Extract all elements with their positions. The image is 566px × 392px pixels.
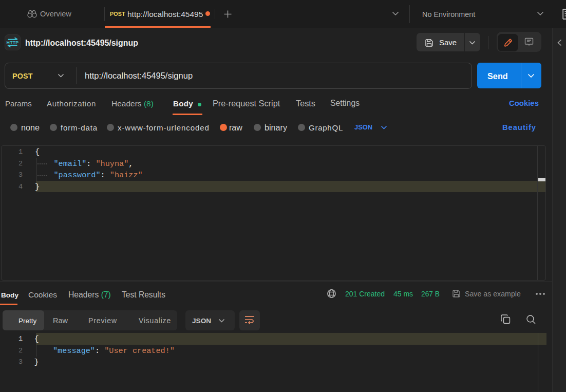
svg-text:HTTP: HTTP <box>7 40 19 45</box>
